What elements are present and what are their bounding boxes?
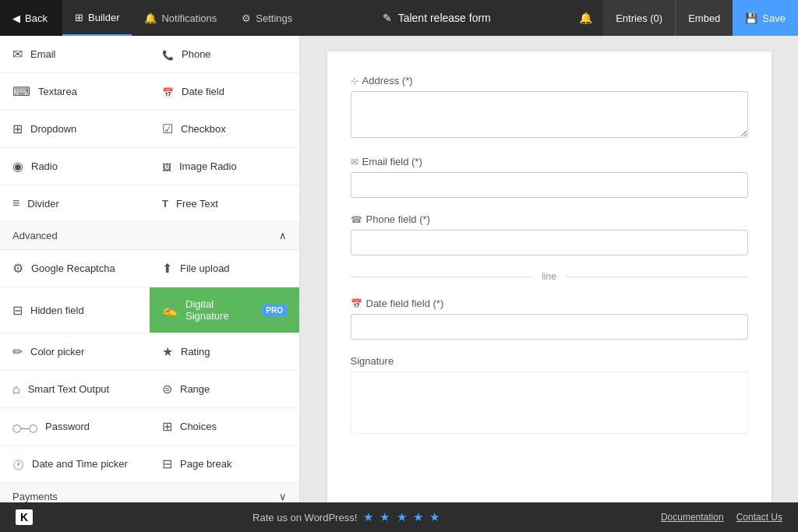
sidebar-item-pagebreak[interactable]: Page break <box>150 446 299 483</box>
notification-bell-button[interactable]: 🔔 <box>568 12 603 24</box>
sidebar-item-freetext-label: Free Text <box>176 198 218 210</box>
chevron-down-icon: ∨ <box>279 491 287 502</box>
form-canvas: ⊹ Address (*) ✉ Email field (*) ☎ Phone … <box>300 36 798 502</box>
email-label: ✉ Email field (*) <box>351 156 748 167</box>
sidebar-item-email-label: Email <box>30 48 56 60</box>
sidebar-item-freetext[interactable]: Free Text <box>150 185 299 222</box>
sidebar: Email Phone Textarea Date field Dropdown… <box>0 36 300 502</box>
phone-icon <box>162 48 174 62</box>
save-button[interactable]: 💾 Save <box>733 0 798 36</box>
builder-tab[interactable]: ⊞ Builder <box>62 0 132 36</box>
sidebar-item-colorpicker[interactable]: Color picker <box>0 333 150 371</box>
datefield-input[interactable] <box>351 314 748 340</box>
phone-input[interactable] <box>351 230 748 255</box>
top-nav: ◀ Back ⊞ Builder 🔔 Notifications ⚙ Setti… <box>0 0 798 36</box>
sidebar-item-datetime[interactable]: Date and Time picker <box>0 446 150 483</box>
basic-fields-grid: Email Phone Textarea Date field Dropdown… <box>0 36 299 222</box>
star-icons[interactable]: ★ ★ ★ ★ ★ <box>363 510 441 524</box>
sidebar-item-textarea[interactable]: Textarea <box>0 73 150 111</box>
signature-label: Signature <box>351 355 748 367</box>
back-button[interactable]: ◀ Back <box>0 0 62 36</box>
sidebar-item-fileupload[interactable]: File upload <box>150 250 299 287</box>
sidebar-item-digsig[interactable]: Digital Signature PRO <box>150 287 299 333</box>
sidebar-item-datetime-label: Date and Time picker <box>32 458 128 470</box>
digsig-icon <box>162 303 178 318</box>
phone-form-icon: ☎ <box>351 214 362 225</box>
datefield-form-icon: 📅 <box>351 298 362 309</box>
radio-icon <box>12 159 23 174</box>
sidebar-item-dropdown[interactable]: Dropdown <box>0 111 150 148</box>
sidebar-item-phone-label: Phone <box>182 48 211 60</box>
form-title-text: Talent release form <box>398 12 491 24</box>
contact-link[interactable]: Contact Us <box>736 512 782 523</box>
imageradio-icon <box>162 160 171 174</box>
divider-element: line <box>351 271 748 282</box>
advanced-section-header[interactable]: Advanced ∧ <box>0 222 299 250</box>
sidebar-item-imageradio[interactable]: Image Radio <box>150 148 299 185</box>
address-label: ⊹ Address (*) <box>351 75 748 86</box>
main-content: Email Phone Textarea Date field Dropdown… <box>0 36 798 502</box>
bottom-bar: K Rate us on WordPress! ★ ★ ★ ★ ★ Docume… <box>0 502 798 532</box>
sidebar-item-recaptcha[interactable]: Google Recaptcha <box>0 250 150 287</box>
sidebar-item-checkbox[interactable]: Checkbox <box>150 111 299 148</box>
settings-tab[interactable]: ⚙ Settings <box>229 0 305 36</box>
nav-right-actions: 🔔 Entries (0) Embed 💾 Save <box>568 0 798 36</box>
back-label: Back <box>25 12 48 24</box>
divider-icon <box>12 196 19 210</box>
datetime-icon <box>12 457 24 471</box>
fileupload-icon <box>162 261 172 276</box>
range-icon <box>162 382 172 396</box>
notifications-tab[interactable]: 🔔 Notifications <box>132 0 229 36</box>
signature-area[interactable] <box>351 372 748 434</box>
sidebar-item-rating-label: Rating <box>181 346 210 358</box>
dropdown-icon <box>12 122 23 136</box>
sidebar-item-choices-label: Choices <box>180 421 217 432</box>
sidebar-item-radio[interactable]: Radio <box>0 148 150 185</box>
settings-label: Settings <box>256 12 292 24</box>
address-icon: ⊹ <box>351 76 358 86</box>
hidden-icon <box>12 303 23 318</box>
datefield-icon <box>162 85 174 99</box>
email-input[interactable] <box>351 172 748 198</box>
pagebreak-icon <box>162 456 172 471</box>
sidebar-item-recaptcha-label: Google Recaptcha <box>31 262 115 274</box>
builder-label: Builder <box>88 12 119 23</box>
bell-nav-icon: 🔔 <box>144 12 157 24</box>
sidebar-item-range[interactable]: Range <box>150 371 299 408</box>
divider-label: line <box>542 271 556 282</box>
entries-label: Entries (0) <box>616 12 662 24</box>
sidebar-item-datefield-label: Date field <box>182 86 224 97</box>
sidebar-item-choices[interactable]: Choices <box>150 408 299 446</box>
sidebar-item-smarttext[interactable]: Smart Text Output <box>0 371 150 408</box>
sidebar-item-hidden[interactable]: Hidden field <box>0 287 150 333</box>
embed-button[interactable]: Embed <box>675 0 733 36</box>
recaptcha-icon <box>12 261 23 276</box>
bottom-links: Documentation Contact Us <box>661 512 782 523</box>
payments-section-header[interactable]: Payments ∨ <box>0 483 299 502</box>
sidebar-item-divider[interactable]: Divider <box>0 185 150 222</box>
entries-button[interactable]: Entries (0) <box>603 0 675 36</box>
sidebar-item-password[interactable]: Password <box>0 408 150 446</box>
payments-label: Payments <box>12 491 58 502</box>
sidebar-item-radio-label: Radio <box>31 160 58 172</box>
sidebar-item-textarea-label: Textarea <box>38 86 77 97</box>
sidebar-item-dropdown-label: Dropdown <box>30 123 76 135</box>
email-form-icon: ✉ <box>351 157 358 167</box>
sidebar-item-datefield[interactable]: Date field <box>150 73 299 111</box>
form-title: ✎ Talent release form <box>305 12 568 24</box>
phone-label: ☎ Phone field (*) <box>351 213 748 225</box>
advanced-label: Advanced <box>12 230 58 241</box>
address-input[interactable] <box>351 91 748 138</box>
password-icon <box>12 420 37 434</box>
choices-icon <box>162 419 172 434</box>
sidebar-item-phone[interactable]: Phone <box>150 36 299 73</box>
sidebar-item-password-label: Password <box>45 421 90 432</box>
sidebar-item-rating[interactable]: Rating <box>150 333 299 371</box>
documentation-link[interactable]: Documentation <box>661 512 724 523</box>
sidebar-item-email[interactable]: Email <box>0 36 150 73</box>
sidebar-item-digsig-label: Digital Signature <box>185 298 254 322</box>
rate-text: Rate us on WordPress! <box>252 512 357 523</box>
notifications-label: Notifications <box>161 12 217 24</box>
bell-icon: 🔔 <box>579 12 592 24</box>
address-field: ⊹ Address (*) <box>351 75 748 140</box>
